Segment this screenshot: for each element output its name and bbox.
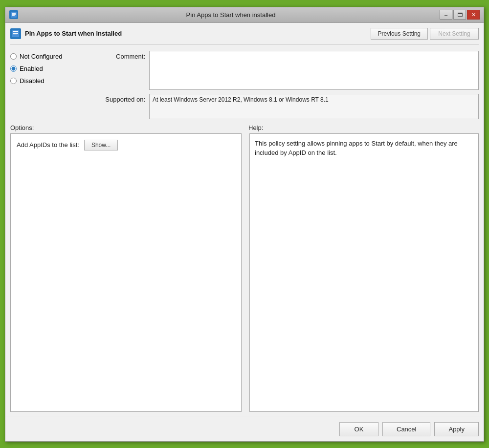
- help-panel: This policy setting allows pinning apps …: [249, 133, 479, 412]
- radio-group: Not Configured Enabled Disabled: [10, 51, 89, 119]
- maximize-button[interactable]: 🗖: [453, 10, 466, 20]
- ok-button[interactable]: OK: [339, 422, 378, 436]
- prev-setting-button[interactable]: Previous Setting: [371, 28, 428, 40]
- bottom-section: Add AppIDs to the list: Show... This pol…: [10, 133, 479, 412]
- enabled-radio[interactable]: [10, 65, 17, 72]
- comment-row: Comment:: [96, 51, 479, 90]
- footer: OK Cancel Apply: [5, 417, 484, 441]
- add-appids-label: Add AppIDs to the list:: [17, 140, 79, 149]
- header-row: Pin Apps to Start when installed Previou…: [10, 28, 479, 45]
- svg-rect-1: [12, 13, 16, 14]
- minimize-button[interactable]: –: [440, 10, 452, 20]
- apply-button[interactable]: Apply: [434, 422, 479, 436]
- window-title: Pin Apps to Start when installed: [22, 11, 440, 19]
- next-setting-button[interactable]: Next Setting: [430, 28, 479, 40]
- options-section-label: Options:: [10, 124, 241, 131]
- not-configured-radio-label[interactable]: Not Configured: [10, 53, 89, 60]
- disabled-radio[interactable]: [10, 78, 17, 84]
- comment-textarea[interactable]: [149, 51, 479, 90]
- window-icon: [9, 10, 18, 19]
- svg-rect-6: [13, 33, 18, 34]
- not-configured-label: Not Configured: [20, 53, 62, 60]
- supported-on-row: Supported on: At least Windows Server 20…: [96, 94, 479, 119]
- policy-header-title: Pin Apps to Start when installed: [25, 30, 371, 37]
- help-section-label: Help:: [248, 124, 479, 131]
- policy-icon: [10, 28, 21, 39]
- show-button[interactable]: Show...: [84, 140, 118, 150]
- svg-rect-5: [13, 31, 18, 32]
- disabled-label: Disabled: [20, 77, 44, 85]
- bottom-labels: Options: Help:: [10, 124, 479, 131]
- not-configured-radio[interactable]: [10, 53, 17, 60]
- disabled-radio-label[interactable]: Disabled: [10, 77, 89, 85]
- enabled-label: Enabled: [20, 65, 43, 72]
- main-section: Not Configured Enabled Disabled Comment:: [10, 51, 479, 119]
- title-bar-buttons: – 🗖 ✕: [440, 10, 480, 20]
- content-area: Pin Apps to Start when installed Previou…: [5, 23, 484, 417]
- title-bar: Pin Apps to Start when installed – 🗖 ✕: [5, 7, 484, 23]
- options-panel: Add AppIDs to the list: Show...: [10, 133, 242, 412]
- svg-rect-3: [12, 15, 15, 16]
- help-text: This policy setting allows pinning apps …: [255, 140, 458, 157]
- svg-rect-2: [12, 14, 16, 15]
- main-window: Pin Apps to Start when installed – 🗖 ✕ P…: [5, 7, 484, 442]
- enabled-radio-label[interactable]: Enabled: [10, 65, 89, 72]
- close-button[interactable]: ✕: [467, 10, 480, 20]
- nav-buttons: Previous Setting Next Setting: [371, 28, 479, 40]
- svg-rect-7: [13, 35, 17, 35]
- supported-on-label: Supported on:: [96, 94, 145, 103]
- cancel-button[interactable]: Cancel: [382, 422, 430, 436]
- supported-on-value: At least Windows Server 2012 R2, Windows…: [149, 94, 479, 119]
- right-panel: Comment: Supported on: At least Windows …: [96, 51, 479, 119]
- comment-label: Comment:: [96, 51, 145, 60]
